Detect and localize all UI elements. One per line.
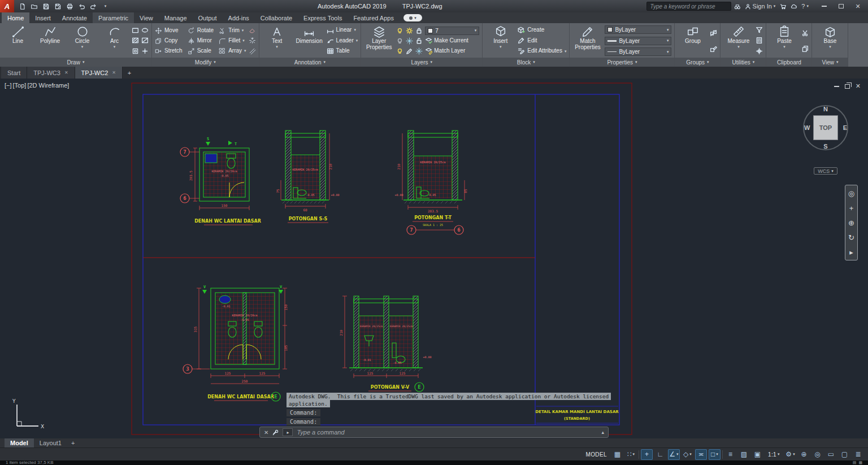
dynamic-input-toggle[interactable]: +	[641, 449, 653, 460]
match-layer-button[interactable]: Match Layer	[425, 46, 465, 56]
tab-view[interactable]: View	[134, 12, 159, 23]
close-button[interactable]: ✕	[849, 1, 866, 12]
panel-footer-view[interactable]: View▾	[812, 58, 848, 67]
drawing-area[interactable]: 203.5 150 7 6 KERAMIK 20/20cm -0.05 T S …	[0, 79, 868, 438]
keyword-search-input[interactable]	[646, 2, 731, 11]
model-space-toggle[interactable]: MODEL	[583, 449, 610, 460]
scale-button[interactable]: Scale	[188, 46, 214, 56]
isolate-objects-control[interactable]: ◎	[811, 449, 823, 460]
panel-footer-properties[interactable]: Properties▾	[570, 58, 674, 67]
viewport-view-control[interactable]: [Top]	[13, 82, 27, 89]
recent-commands-icon[interactable]: ▸	[283, 428, 293, 436]
ortho-mode-toggle[interactable]: ∟	[654, 449, 666, 460]
tab-annotate[interactable]: Annotate	[57, 12, 93, 23]
group-edit-button[interactable]	[710, 45, 717, 53]
plot-button[interactable]	[64, 2, 75, 11]
paste-button[interactable]: Paste▾	[769, 25, 799, 57]
layer-off-icon[interactable]	[396, 37, 403, 45]
search-binoculars-icon[interactable]	[734, 3, 740, 10]
a360-cloud-icon[interactable]	[791, 3, 797, 10]
viewcube[interactable]: N S W E TOP	[803, 105, 848, 150]
command-customize-wrench-icon[interactable]	[272, 429, 279, 436]
boundary-tool-button[interactable]	[132, 47, 139, 55]
id-point-button[interactable]	[756, 47, 763, 55]
file-tab-tpj-wc3[interactable]: TPJ-WC3✕	[27, 67, 75, 79]
snap-mode-toggle[interactable]: ∷▾	[625, 449, 637, 460]
measure-button[interactable]: Measure▾	[723, 25, 753, 57]
tab-output[interactable]: Output	[193, 12, 223, 23]
stretch-button[interactable]: Stretch	[155, 46, 183, 56]
undo-button[interactable]	[76, 2, 87, 11]
workspace-switching-control[interactable]: ⚙▾	[784, 449, 796, 460]
isometric-drafting-toggle[interactable]: ◇▾	[682, 449, 693, 460]
new-file-button[interactable]	[17, 2, 28, 11]
panel-footer-layers[interactable]: Layers▾	[361, 58, 482, 67]
tab-collaborate[interactable]: Collaborate	[255, 12, 298, 23]
edit-block-button[interactable]: Edit	[518, 36, 566, 46]
doc-close-icon[interactable]: ✕	[856, 83, 861, 89]
rectangle-tool-button[interactable]	[132, 27, 139, 34]
ungroup-button[interactable]	[710, 29, 717, 37]
tab-parametric[interactable]: Parametric	[93, 12, 134, 23]
create-block-button[interactable]: Create	[518, 25, 566, 35]
doc-restore-icon[interactable]	[845, 84, 850, 89]
doc-minimize-icon[interactable]	[834, 86, 839, 87]
viewcube-north[interactable]: N	[823, 106, 828, 112]
viewcube-east[interactable]: E	[843, 124, 847, 131]
file-tab-tpj-wc2[interactable]: TPJ-WC2✕	[75, 67, 123, 79]
new-tab-button[interactable]: +	[123, 67, 136, 79]
table-button[interactable]: Table	[327, 46, 358, 57]
steering-wheel-icon[interactable]: ◎	[848, 188, 854, 199]
autocad-logo-icon[interactable]: A	[0, 0, 14, 12]
command-close-icon[interactable]: ✕	[264, 429, 268, 436]
thumbnail-view-icon[interactable]: ▦	[858, 460, 862, 465]
base-button[interactable]: Base▾	[815, 25, 845, 57]
linetype-dropdown[interactable]: ByLayer▾	[605, 47, 671, 56]
object-snap-tracking-toggle[interactable]: ≍	[695, 449, 707, 460]
tab-home[interactable]: Home	[2, 12, 29, 23]
lineweight-dropdown[interactable]: ByLayer▾	[605, 37, 671, 45]
ribbon-display-toggle[interactable]: ▾	[403, 14, 422, 21]
object-snap-toggle[interactable]: □▾	[709, 449, 721, 460]
layer-lock-icon[interactable]	[415, 27, 423, 34]
rotate-button[interactable]: Rotate	[188, 25, 214, 36]
panel-footer-utilities[interactable]: Utilities▾	[721, 58, 766, 67]
annotation-monitor-toggle[interactable]: ⊕	[798, 449, 810, 460]
tab-featured-apps[interactable]: Featured Apps	[348, 12, 400, 23]
save-as-button[interactable]	[53, 2, 63, 11]
arc-button[interactable]: Arc▾	[99, 25, 129, 57]
copy-button[interactable]: Copy	[155, 36, 183, 46]
annotation-scale-control[interactable]: 1:1▾	[765, 449, 783, 460]
pan-icon[interactable]: +	[849, 202, 854, 214]
tab-manage[interactable]: Manage	[159, 12, 193, 23]
layer-freeze-icon[interactable]	[406, 37, 413, 45]
viewcube-south[interactable]: S	[823, 143, 827, 150]
line-button[interactable]: Line	[3, 25, 33, 57]
panel-footer-groups[interactable]: Groups▾	[675, 58, 720, 67]
minimize-button[interactable]	[815, 1, 832, 12]
command-input[interactable]	[297, 429, 597, 436]
viewport-minimize-control[interactable]: [−]	[5, 82, 12, 89]
offset-button[interactable]	[249, 47, 256, 55]
layer-thaw-icon[interactable]	[406, 27, 413, 34]
transparency-toggle[interactable]: ▨	[738, 449, 750, 460]
app-store-cart-icon[interactable]	[780, 3, 786, 10]
quick-calculator-button[interactable]	[756, 37, 763, 44]
help-control[interactable]: ? ▾	[801, 3, 809, 10]
model-tab[interactable]: Model	[5, 438, 34, 447]
polyline-button[interactable]: Polyline	[35, 25, 65, 57]
erase-button[interactable]	[249, 27, 256, 34]
command-history-expand-icon[interactable]: ▴	[601, 429, 604, 435]
hatch-tool-button[interactable]	[132, 37, 139, 44]
save-button[interactable]	[41, 2, 51, 11]
fillet-button[interactable]: Fillet▾	[219, 36, 246, 46]
layer-on-icon[interactable]	[396, 27, 403, 34]
layer-dropdown[interactable]: 7▾	[425, 27, 479, 35]
graphics-performance-toggle[interactable]: ▭	[825, 449, 837, 460]
match-properties-button[interactable]: Match Properties	[572, 25, 602, 57]
edit-attributes-button[interactable]: Edit Attributes▾	[518, 46, 566, 57]
customization-menu[interactable]: ≣	[852, 449, 864, 460]
circle-button[interactable]: Circle▾	[67, 25, 97, 57]
clean-screen-toggle[interactable]: ▢	[839, 449, 850, 460]
tab-addins[interactable]: Add-ins	[223, 12, 255, 23]
